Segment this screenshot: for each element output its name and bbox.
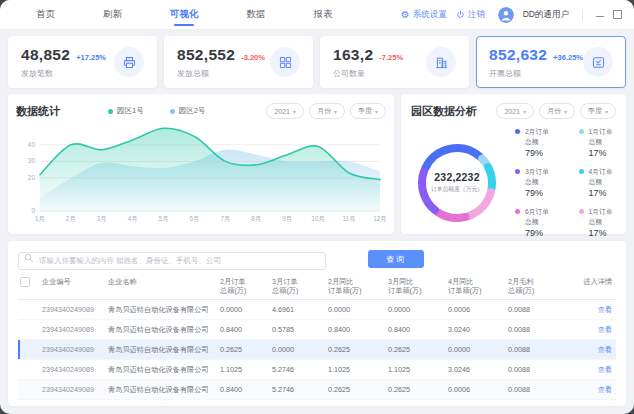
donut-legend-item[interactable]: 3月订单总额79% [515, 167, 553, 198]
settings-button[interactable]: ⚙ 系统设置 [401, 9, 447, 21]
table-row[interactable]: 2394340249089青岛贝迈特自动化设备有限公司1.10255.27461… [18, 360, 616, 380]
donut-legend-percent: 79% [525, 148, 553, 158]
filter-pill[interactable]: 月份▾ [309, 103, 345, 119]
table-row[interactable]: 2394340249089青岛贝迈特自动化设备有限公司0.84000.57850… [18, 320, 616, 340]
chevron-down-icon: ▾ [334, 108, 337, 115]
view-detail-link[interactable]: 查看 [598, 405, 612, 406]
donut-center-label: 订单总额度（万元） [431, 185, 483, 194]
action-cell: 查看 [562, 300, 616, 320]
svg-text:2月: 2月 [66, 215, 76, 223]
legend-item[interactable]: 园区1号 [108, 106, 144, 116]
action-cell: 查看 [562, 320, 616, 340]
svg-text:30: 30 [28, 157, 36, 164]
donut-legend-item[interactable]: 6月订单总额79% [515, 207, 553, 238]
column-header: 3月同比订单额(万) [386, 277, 446, 300]
filter-pill[interactable]: 月份▾ [539, 103, 575, 119]
stat-value: 163,2 [333, 46, 373, 64]
donut-legend-item[interactable]: 2月订单总额79% [515, 127, 553, 158]
filter-pill[interactable]: 季度▾ [350, 103, 386, 119]
row-select-cell [18, 400, 40, 406]
table-row[interactable]: 2022040249084青岛贝迈特自动化设备有限公司0.26254.43340… [18, 400, 616, 406]
legend-dot [579, 129, 584, 134]
value-cell: 0.8400 [386, 320, 446, 340]
logout-button[interactable]: 注销 [456, 9, 485, 21]
park-analysis-panel: 园区数据分析 2021▾月份▾季度▾ 232,2232 订单总额度（万元） 2月… [401, 94, 626, 234]
svg-text:0: 0 [31, 207, 35, 214]
value-cell: 0.0000 [218, 300, 270, 320]
view-detail-link[interactable]: 查看 [598, 365, 612, 374]
value-cell: 0.0000 [386, 300, 446, 320]
value-cell: 0.0088 [506, 360, 562, 380]
minimize-icon[interactable] [596, 8, 604, 17]
donut-legend-item[interactable]: 1月订单总额17% [579, 127, 617, 158]
filter-pill[interactable]: 2021▾ [266, 103, 304, 119]
company-name-cell: 青岛贝迈特自动化设备有限公司 [106, 360, 218, 380]
value-cell: 3.0240 [446, 320, 506, 340]
legend-item[interactable]: 园区2号 [170, 106, 206, 116]
top-nav: 首页刷新可视化数据报表 ⚙ 系统设置 注销 DD的通用户 [0, 0, 634, 30]
search-input[interactable] [18, 252, 326, 270]
header-line2: 订单额(万) [328, 286, 384, 295]
user-name[interactable]: DD的通用户 [523, 9, 569, 21]
filter-pill[interactable]: 2021▾ [496, 103, 534, 119]
nav-tab[interactable]: 首页 [34, 0, 57, 30]
column-header: 企业编号 [40, 277, 106, 300]
nav-tab[interactable]: 刷新 [101, 0, 124, 30]
legend-dot [579, 169, 584, 174]
value-cell: 0.0000 [270, 340, 326, 360]
value-cell: 0.0006 [446, 380, 506, 400]
logout-label: 注销 [468, 9, 485, 21]
value-cell: 0.2625 [218, 400, 270, 406]
stat-delta: -3.20% [241, 53, 265, 62]
header-line1: 2月订单 [220, 277, 268, 286]
company-id-cell: 2394340249089 [40, 380, 106, 400]
page-content: 48,852+17.25%发放笔数852,552-3.20%发放总额163,2-… [0, 30, 634, 406]
building-icon [426, 47, 456, 77]
donut-legend-item[interactable]: 1月订单总额17% [579, 207, 617, 238]
view-detail-link[interactable]: 查看 [598, 345, 612, 354]
table-row[interactable]: 2394340249089青岛贝迈特自动化设备有限公司0.00004.69610… [18, 300, 616, 320]
chevron-down-icon: ▾ [375, 108, 378, 115]
park-analysis-filters: 2021▾月份▾季度▾ [496, 103, 616, 119]
nav-tab[interactable]: 数据 [245, 0, 268, 30]
maximize-icon[interactable] [613, 10, 622, 19]
query-button[interactable]: 查询 [368, 250, 424, 268]
legend-dot [579, 209, 584, 214]
donut-legend-label: 6月订单总额 [525, 207, 553, 227]
power-icon [456, 10, 465, 19]
header-line1: 2月同比 [328, 277, 384, 286]
donut-legend-item[interactable]: 4月订单总额17% [579, 167, 617, 198]
stat-card[interactable]: 852,632+36.25%开票总额 [476, 36, 626, 88]
charts-row: 数据统计 园区1号园区2号 2021▾月份▾季度▾ 40302001月2月3月4… [8, 94, 626, 234]
company-id-cell: 2022040249084 [40, 400, 106, 406]
header-line1: 企业编号 [42, 277, 104, 286]
gear-icon: ⚙ [401, 10, 410, 20]
header-line2: 订单额(万) [448, 286, 504, 295]
table-row[interactable]: 2394340249089青岛贝迈特自动化设备有限公司0.26250.00000… [18, 340, 616, 360]
value-cell: 5.2746 [270, 360, 326, 380]
view-detail-link[interactable]: 查看 [598, 385, 612, 394]
table-row[interactable]: 2394340249089青岛贝迈特自动化设备有限公司0.84005.27460… [18, 380, 616, 400]
company-name-cell: 青岛贝迈特自动化设备有限公司 [106, 320, 218, 340]
value-cell: 3.0246 [446, 400, 506, 406]
column-header: 2月毛利总额(万) [506, 277, 562, 300]
view-detail-link[interactable]: 查看 [598, 305, 612, 314]
view-detail-link[interactable]: 查看 [598, 325, 612, 334]
nav-tab[interactable]: 报表 [312, 0, 335, 30]
row-select-cell [18, 360, 40, 380]
donut-legend-percent: 79% [525, 228, 553, 238]
header-line1: 3月订单 [272, 277, 324, 286]
chevron-down-icon: ▾ [523, 108, 526, 115]
filter-label: 季度 [588, 106, 602, 116]
value-cell: 0.2625 [386, 380, 446, 400]
checkbox-icon[interactable] [20, 277, 30, 287]
stat-card[interactable]: 48,852+17.25%发放笔数 [8, 36, 157, 88]
user-avatar-icon[interactable] [498, 7, 514, 23]
stat-card-info: 852,552-3.20%发放总额 [177, 46, 265, 79]
stat-card[interactable]: 163,2-7.25%公司数量 [320, 36, 469, 88]
filter-pill[interactable]: 季度▾ [580, 103, 616, 119]
nav-tab[interactable]: 可视化 [168, 0, 201, 30]
stat-card[interactable]: 852,552-3.20%发放总额 [164, 36, 313, 88]
row-select-cell [18, 300, 40, 320]
donut-legend-percent: 79% [525, 188, 553, 198]
